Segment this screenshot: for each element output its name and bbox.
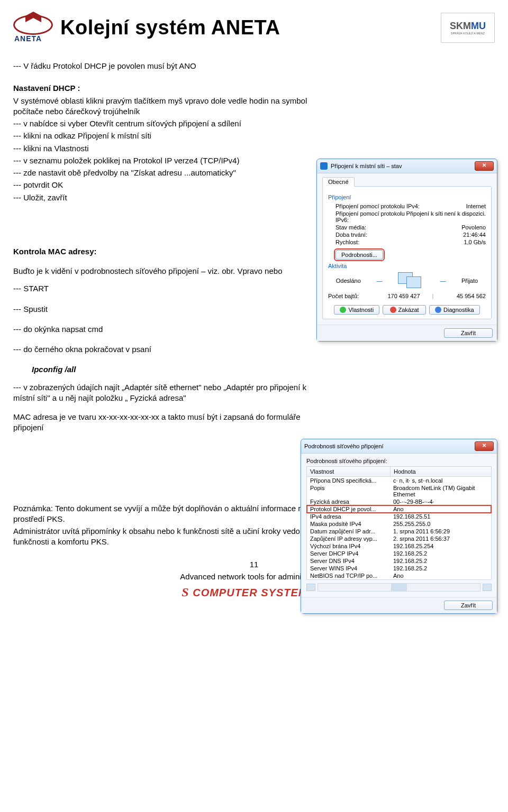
status-row: Doba trvání:21:46:44 <box>328 231 486 238</box>
window-details-title: Podrobnosti síťového připojení <box>304 443 471 449</box>
section-dhcp-title: Nastavení DHCP : <box>13 83 310 94</box>
bytes-label: Počet bajtů: <box>328 293 380 299</box>
cell-value: 192.168.25.2 <box>390 550 491 557</box>
status-label: Stav média: <box>328 224 461 230</box>
cell-value: 192.168.25.254 <box>390 542 491 550</box>
aneta-logo-text: ANETA <box>14 34 42 43</box>
sent-label: Odesláno <box>336 278 361 284</box>
table-row[interactable]: Výchozí brána IPv4192.168.25.254 <box>307 542 491 550</box>
window-connection-status: Připojení k místní síti – stav ✕ Obecné … <box>316 159 497 342</box>
window-status-title: Připojení k místní síti – stav <box>331 163 471 169</box>
table-row[interactable]: Datum zapůjčení IP adr...1. srpna 2011 6… <box>307 528 491 535</box>
instruction-line: --- v nabídce si vyber Otevřít centrum s… <box>13 118 310 129</box>
details-button[interactable]: Podrobnosti... <box>335 250 383 260</box>
disable-button[interactable]: Zakázat <box>383 305 426 315</box>
instruction-line: --- zde nastavit obě předvolby na "Získa… <box>13 168 310 178</box>
shield-icon <box>340 307 346 313</box>
cell-property: Popis <box>307 484 390 498</box>
cell-property: Datum zapůjčení IP adr... <box>307 528 390 535</box>
cell-property: NetBIOS nad TCP/IP po... <box>307 572 390 579</box>
status-value: Povoleno <box>461 224 486 230</box>
cell-property: Přípona DNS specifická... <box>307 477 390 484</box>
instruction-line: V systémové oblasti klikni pravým tlačít… <box>13 96 310 117</box>
cell-property: Zapůjčení IP adresy vyp... <box>307 535 390 542</box>
status-row: Připojení pomocí protokolu IPv6:Připojen… <box>328 210 486 224</box>
cell-property: Server DHCP IPv4 <box>307 550 390 557</box>
table-row[interactable]: Zapůjčení IP adresy vyp...2. srpna 2011 … <box>307 535 491 542</box>
col-value: Hodnota <box>391 467 491 476</box>
diagnose-button[interactable]: Diagnostika <box>429 305 479 315</box>
properties-button[interactable]: Vlastnosti <box>334 305 379 315</box>
table-row[interactable]: IPv4 adresa192.168.25.51 <box>307 513 491 520</box>
table-row[interactable]: Protokol DHCP je povol...Ano <box>307 505 491 513</box>
aneta-logo-icon: ANETA <box>13 11 53 45</box>
step-line: --- do okýnka napsat cmd <box>13 324 310 335</box>
status-label: Rychlost: <box>328 239 464 245</box>
skm-logo-icon: SKMMU SPRÁVA KOLEJÍ A MENZ <box>441 13 495 43</box>
cell-property: Protokol DHCP je povol... <box>307 505 390 513</box>
table-row[interactable]: Přípona DNS specifická...c· n, it· s, st… <box>307 477 491 484</box>
bytes-received: 45 954 562 <box>438 293 486 299</box>
cmd-text: Ipconfig /all <box>13 364 310 375</box>
status-value: 1,0 Gb/s <box>464 239 486 245</box>
page-header: ANETA Kolejní systém ANETA SKMMU SPRÁVA … <box>13 11 495 45</box>
step-line: --- START <box>13 283 310 294</box>
section-mac-intro: Buďto je k vidění v podrobnostech síťové… <box>13 266 310 276</box>
tab-general[interactable]: Obecné <box>322 177 355 187</box>
status-value: Připojení k síti není k dispozici. <box>406 210 486 223</box>
diagnose-icon <box>435 307 441 313</box>
table-row[interactable]: Maska podsítě IPv4255.255.255.0 <box>307 520 491 528</box>
close-button[interactable]: Zavřít <box>444 328 493 338</box>
status-label: Doba trvání: <box>328 232 463 238</box>
table-row[interactable]: PopisBroadcom NetLink (TM) Gigabit Ether… <box>307 484 491 498</box>
close-button[interactable]: Zavřít <box>444 601 493 610</box>
cell-value: 00-··-29-8B-··-4· <box>390 498 491 505</box>
intro-line: --- V řádku Protokol DHCP je povolen mus… <box>13 61 495 71</box>
cell-value: 255.255.255.0 <box>390 520 491 528</box>
cell-property: Maska podsítě IPv4 <box>307 520 390 528</box>
instruction-line: --- klikni na Vlastnosti <box>13 143 310 154</box>
table-row[interactable]: Server WINS IPv4192.168.25.2 <box>307 565 491 572</box>
instruction-line: --- Uložit, zavřít <box>13 192 310 203</box>
network-icon <box>320 162 328 170</box>
close-button[interactable]: ✕ <box>475 161 494 171</box>
close-button[interactable]: ✕ <box>475 441 494 451</box>
shield-icon <box>390 307 396 313</box>
cell-property: Server WINS IPv4 <box>307 565 390 572</box>
cell-property: Fyzická adresa <box>307 498 390 505</box>
cell-value: 192.168.25.51 <box>390 513 491 520</box>
status-label: Připojení pomocí protokolu IPv4: <box>328 203 466 209</box>
cell-property: Server DNS IPv4 <box>307 557 390 565</box>
group-activity: Aktivita <box>328 263 486 269</box>
table-row[interactable]: Fyzická adresa00-··-29-8B-··-4· <box>307 498 491 505</box>
received-label: Přijato <box>461 278 478 284</box>
instruction-line: --- klikni na odkaz Připojení k místní s… <box>13 131 310 141</box>
cell-value: c· n, it· s, st··n.local <box>390 477 491 484</box>
bytes-sent: 170 459 427 <box>380 293 428 299</box>
status-row: Připojení pomocí protokolu IPv4:Internet <box>328 202 486 210</box>
table-row[interactable]: Server DNS IPv4192.168.25.2 <box>307 557 491 565</box>
cell-value: 2. srpna 2011 6:56:37 <box>390 535 491 542</box>
status-row: Rychlost:1,0 Gb/s <box>328 238 486 246</box>
monitors-icon <box>398 272 424 289</box>
instruction-line: --- potvrdit OK <box>13 180 310 190</box>
cell-value: Broadcom NetLink (TM) Gigabit Ethernet <box>390 484 491 498</box>
window-connection-details: Podrobnosti síťového připojení ✕ Podrobn… <box>301 439 497 614</box>
status-row: Stav média:Povoleno <box>328 224 486 231</box>
table-row[interactable]: NetBIOS nad TCP/IP po...Ano <box>307 572 491 579</box>
cell-value: 192.168.25.2 <box>390 565 491 572</box>
cell-value: Ano <box>390 572 491 579</box>
instruction-line: MAC adresa je ve tvaru xx-xx-xx-xx-xx-xx… <box>13 412 310 433</box>
status-value: Internet <box>466 203 486 209</box>
col-property: Vlastnost <box>307 467 391 476</box>
page-title: Kolejní systém ANETA <box>60 16 280 39</box>
instruction-line: --- v seznamu položek poklikej na Protok… <box>13 155 310 166</box>
instruction-line: --- v zobrazených údajích najít „Adaptér… <box>13 382 310 404</box>
cell-property: Výchozí brána IPv4 <box>307 542 390 550</box>
status-value: 21:46:44 <box>463 232 486 238</box>
table-row[interactable]: Server DHCP IPv4192.168.25.2 <box>307 550 491 557</box>
group-connection: Připojení <box>328 194 486 200</box>
details-table: Vlastnost Hodnota Přípona DNS specifická… <box>306 466 492 580</box>
horizontal-scrollbar[interactable] <box>306 583 492 592</box>
details-label: Podrobnosti síťového připojení: <box>306 458 492 464</box>
